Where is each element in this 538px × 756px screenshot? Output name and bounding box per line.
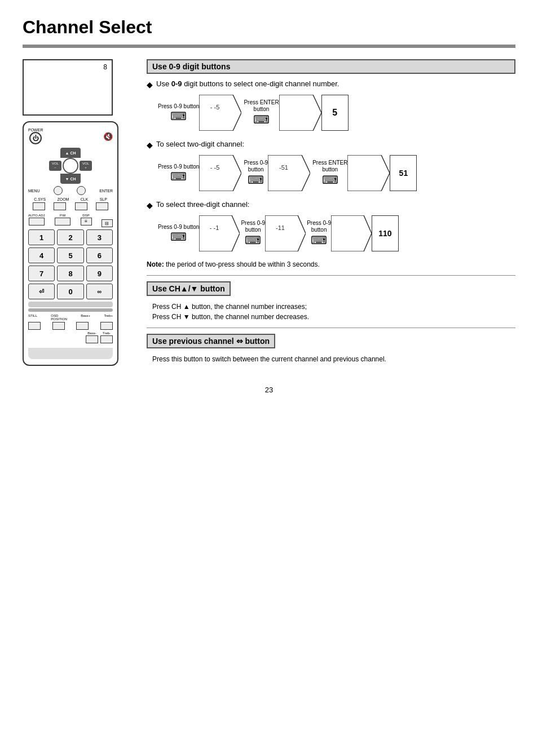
thd-step2: Press 0-9button ⌨ [241, 220, 265, 247]
thd-pent3 [331, 215, 372, 251]
diamond-icon: ◆ [147, 80, 153, 89]
still-button[interactable] [28, 322, 41, 330]
treb-minus-label: Treb- [103, 331, 111, 335]
mute-button[interactable]: 🔇 [103, 132, 113, 141]
num-4-button[interactable]: 4 [28, 247, 55, 263]
enter-button[interactable] [77, 186, 86, 195]
remote-control: POWER ⏻ 🔇 ▲ CH VOL− [23, 121, 118, 366]
td-label3: Press ENTERbutton [312, 160, 347, 173]
still-buttons-row [28, 322, 113, 330]
section3-header: Use previous channel ⇔ button [147, 334, 275, 348]
two-digit-intro: ◆ To select two-digit channel: [147, 140, 515, 149]
result-box-2: 51 [390, 155, 417, 191]
csys-label: C.SYS [34, 197, 46, 201]
extra-button[interactable]: ⊟ [102, 219, 113, 227]
svg-text:- -5: - -5 [210, 104, 220, 110]
svg-marker-12 [331, 215, 372, 251]
td-icon2: ⌨ [248, 173, 264, 187]
ch-desc-line2: Press CH ▼ button, the channel number de… [152, 312, 515, 322]
thd-icon1: ⌨ [170, 230, 187, 244]
remote-bottom-strip [28, 302, 113, 307]
clk-button[interactable] [75, 202, 87, 210]
num-7-button[interactable]: 7 [28, 266, 55, 281]
numpad: 1 2 3 4 5 6 7 8 9 ⏎ 0 ∞ [28, 229, 113, 299]
autoadj-label: AUTO.ADJ [28, 214, 45, 217]
zoom-button[interactable] [54, 202, 66, 210]
svg-text:-11: -11 [276, 224, 285, 231]
diamond-icon-3: ◆ [147, 201, 153, 210]
section2-desc: Press CH ▲ button, the channel number in… [147, 302, 515, 322]
thd-icon3: ⌨ [311, 233, 327, 247]
autoadj-button[interactable] [29, 218, 45, 226]
svg-marker-8 [199, 215, 240, 251]
clk-label: CLK [81, 197, 89, 201]
still-label: STILL [28, 314, 37, 321]
treb-minus-button[interactable] [100, 335, 113, 343]
section3-title: Use previous channel ⇔ button [152, 337, 270, 346]
menu-label: MENU [28, 189, 40, 193]
remote-bottom-strip2 [28, 308, 113, 312]
td-pent2: -51 [268, 155, 310, 191]
tv-screen-box: 8 [23, 59, 113, 116]
thd-label1: Press 0-9 button [158, 224, 199, 230]
menu-enter-row: MENU ENTER [28, 186, 113, 195]
td-pent1: - -5 [199, 155, 241, 191]
td-step1: Press 0-9 button ⌨ [158, 163, 199, 183]
section1-header: Use 0-9 digit buttons [147, 59, 515, 74]
slp-button[interactable] [96, 202, 108, 210]
right-column: Use 0-9 digit buttons ◆ Use 0-9 digit bu… [147, 59, 515, 369]
section2-header: Use CH▲/▼ button [147, 281, 231, 296]
thd-icon2: ⌨ [245, 233, 261, 247]
bass-minus-button[interactable] [86, 335, 98, 343]
main-layout: 8 POWER ⏻ 🔇 ▲ CH [23, 59, 515, 369]
vol-minus-button[interactable]: VOL− [49, 161, 61, 171]
section2-title: Use CH▲/▼ button [152, 284, 225, 293]
section1-title: Use 0-9 digit buttons [152, 62, 230, 71]
num-5-button[interactable]: 5 [57, 247, 83, 263]
thd-label3: Press 0-9button [307, 220, 331, 233]
page-number: 23 [23, 386, 515, 394]
result-3: 110 [378, 229, 391, 238]
osd-button[interactable] [52, 322, 65, 330]
treb-plus-button[interactable] [100, 322, 113, 330]
num-enter-button[interactable]: ⏎ [28, 284, 55, 299]
td-pent3 [347, 155, 390, 191]
divider1 [147, 275, 515, 276]
num-inf-button[interactable]: ∞ [86, 284, 113, 299]
power-button[interactable]: ⏻ [29, 132, 42, 144]
csys-buttons-row [28, 202, 113, 210]
pm-label: P.M [60, 214, 65, 217]
num-9-button[interactable]: 9 [86, 266, 113, 281]
dsp-button[interactable]: ≡ [81, 218, 92, 226]
svg-marker-3 [199, 155, 241, 191]
svg-text:- -5: - -5 [210, 164, 220, 171]
num-8-button[interactable]: 8 [57, 266, 83, 281]
ch-down-button[interactable]: ▼ CH [60, 174, 81, 184]
section3: Use previous channel ⇔ button Press this… [147, 334, 515, 364]
bass-minus-row: Bass- Treb- [28, 331, 113, 343]
slp-label: SLP [100, 197, 107, 201]
menu-button[interactable] [54, 186, 63, 195]
pm-button[interactable] [55, 218, 70, 226]
num-6-button[interactable]: 6 [86, 247, 113, 263]
remote-top-row: POWER ⏻ 🔇 [28, 128, 113, 144]
ch-desc-line1: Press CH ▲ button, the channel number in… [152, 302, 515, 312]
three-digit-desc: To select three-digit channel: [156, 200, 249, 209]
bass-plus-button[interactable] [76, 322, 89, 330]
remote-base [28, 348, 113, 359]
num-3-button[interactable]: 3 [86, 229, 113, 245]
vol-plus-button[interactable]: VOL+ [80, 161, 92, 171]
arrow-pentagon-1: - -5 [199, 95, 241, 131]
two-digit-flow: Press 0-9 button ⌨ - -5 Press 0-9button … [158, 155, 515, 191]
num-0-button[interactable]: 0 [57, 284, 83, 299]
one-digit-desc: Use 0-9 digit buttons to select one-digi… [156, 79, 339, 88]
ch-up-button[interactable]: ▲ CH [60, 148, 81, 158]
num-2-button[interactable]: 2 [57, 229, 83, 245]
csys-button[interactable] [33, 202, 45, 210]
bass-minus-label: Bass- [87, 331, 96, 335]
arrow-pentagon-2 [279, 95, 321, 131]
num-1-button[interactable]: 1 [28, 229, 55, 245]
treb-plus-label: Treb+ [104, 314, 113, 321]
page-title: Channel Select [23, 17, 515, 38]
svg-text:-51: -51 [279, 164, 288, 171]
